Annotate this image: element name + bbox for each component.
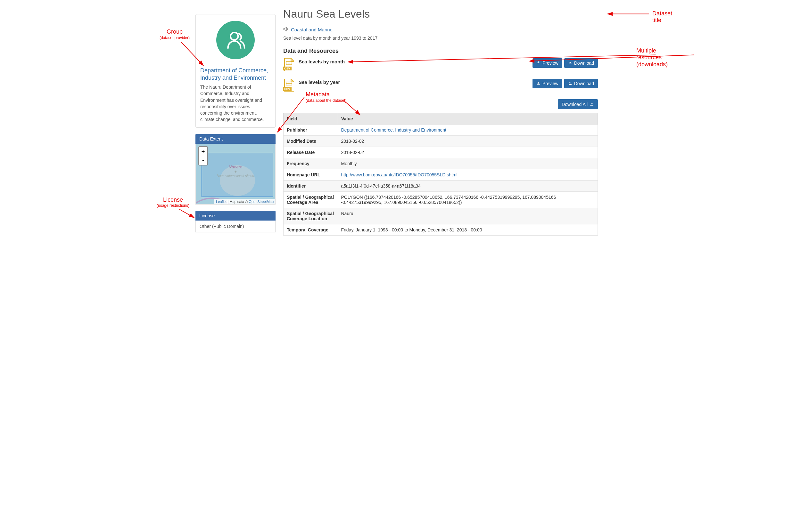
map-zoom-controls: + -: [198, 146, 208, 166]
table-row: Identifiera5a1f3f1-4f0d-47ef-a358-a4a671…: [284, 180, 598, 192]
group-avatar-icon: [216, 21, 255, 59]
table-row: FrequencyMonthly: [284, 158, 598, 169]
resource-name[interactable]: Sea levels by month: [298, 58, 345, 64]
table-row: Temporal CoverageFriday, January 1, 1993…: [284, 224, 598, 235]
meta-col-field: Field: [284, 113, 338, 125]
preview-button[interactable]: Preview: [532, 79, 562, 88]
table-row: PublisherDepartment of Commerce, Industr…: [284, 125, 598, 136]
meta-field: Spatial / Geographical Coverage Area: [284, 192, 338, 208]
annotation-label: Group(dataset provider): [160, 28, 190, 40]
annotation-label: Multiple resources (downloads): [636, 48, 668, 68]
table-row: Spatial / Geographical Coverage Location…: [284, 208, 598, 224]
data-extent-panel: Data Extent + - Naoero ✈ Nauru Internati…: [196, 134, 275, 205]
sidebar: Department of Commerce, Industry and Env…: [196, 6, 275, 235]
license-value: Other (Public Domain): [196, 221, 275, 232]
group-title-link[interactable]: Department of Commerce, Industry and Env…: [200, 67, 271, 81]
resource-row: CSV Sea levels by month Preview Download: [283, 58, 598, 71]
table-row: Modified Date2018-02-02: [284, 136, 598, 147]
tag-link[interactable]: Coastal and Marine: [291, 27, 332, 32]
resource-row: CSV Sea levels by year Preview Download: [283, 79, 598, 92]
license-heading: License: [196, 211, 275, 221]
main-content: Nauru Sea Levels Coastal and Marine Sea …: [283, 6, 598, 235]
table-row: Homepage URLhttp://www.bom.gov.au/ntc/ID…: [284, 169, 598, 180]
chart-bar-icon: [536, 81, 541, 86]
annotation-label: License(usage restrictions): [157, 196, 189, 208]
meta-value: Friday, January 1, 1993 - 00:00 to Monda…: [338, 224, 598, 235]
meta-field: Temporal Coverage: [284, 224, 338, 235]
meta-value: Nauru: [338, 208, 598, 224]
group-card: Department of Commerce, Industry and Env…: [196, 14, 275, 128]
megaphone-icon: [283, 27, 288, 32]
svg-line-20: [179, 209, 194, 218]
table-row: Release Date2018-02-02: [284, 147, 598, 158]
annotation-label: Dataset title: [652, 10, 672, 24]
meta-field: Identifier: [284, 180, 338, 192]
download-button[interactable]: Download: [564, 79, 598, 88]
meta-field: Modified Date: [284, 136, 338, 147]
meta-link[interactable]: http://www.bom.gov.au/ntc/IDO70055/IDO70…: [341, 172, 457, 177]
svg-point-0: [230, 32, 238, 40]
svg-text:CSV: CSV: [284, 67, 290, 70]
meta-field: Publisher: [284, 125, 338, 136]
meta-field: Homepage URL: [284, 169, 338, 180]
dataset-description: Sea level data by month and year 1993 to…: [283, 36, 598, 41]
metadata-table: Field Value PublisherDepartment of Comme…: [283, 113, 598, 235]
table-row: Spatial / Geographical Coverage AreaPOLY…: [284, 192, 598, 208]
meta-field: Spatial / Geographical Coverage Location: [284, 208, 338, 224]
meta-value: Monthly: [338, 158, 598, 169]
meta-col-value: Value: [338, 113, 598, 125]
csv-file-icon: CSV: [283, 79, 294, 92]
meta-field: Frequency: [284, 158, 338, 169]
leaflet-link[interactable]: Leaflet: [216, 200, 226, 204]
csv-file-icon: CSV: [283, 58, 294, 71]
license-panel: License Other (Public Domain): [196, 211, 275, 232]
map-zoom-in-button[interactable]: +: [199, 147, 207, 156]
meta-value: 2018-02-02: [338, 136, 598, 147]
preview-button[interactable]: Preview: [532, 58, 562, 68]
meta-value: 2018-02-02: [338, 147, 598, 158]
meta-field: Release Date: [284, 147, 338, 158]
meta-value: Department of Commerce, Industry and Env…: [338, 125, 598, 136]
map[interactable]: + - Naoero ✈ Nauru International Airport…: [196, 144, 275, 205]
chart-bar-icon: [536, 60, 541, 65]
map-zoom-out-button[interactable]: -: [199, 156, 207, 165]
download-icon: [589, 101, 594, 107]
resources-heading: Data and Resources: [283, 48, 598, 54]
download-icon: [568, 81, 572, 86]
download-all-button[interactable]: Download All: [558, 99, 598, 109]
resource-name[interactable]: Sea levels by year: [298, 79, 340, 85]
title-divider: [283, 23, 598, 23]
meta-value: POLYGON ((166.7374420166 -0.652857004186…: [338, 192, 598, 208]
svg-text:CSV: CSV: [284, 88, 290, 91]
map-label: Naoero ✈ Nauru International Airport: [217, 164, 254, 177]
download-button[interactable]: Download: [564, 58, 598, 68]
data-extent-heading: Data Extent: [196, 134, 275, 144]
osm-link[interactable]: OpenStreetMap: [249, 200, 274, 204]
download-icon: [568, 60, 572, 65]
group-description: The Nauru Department of Commerce, Indust…: [200, 84, 271, 123]
meta-link[interactable]: Department of Commerce, Industry and Env…: [341, 127, 446, 133]
meta-value: a5a1f3f1-4f0d-47ef-a358-a4a671f18a34: [338, 180, 598, 192]
meta-value: http://www.bom.gov.au/ntc/IDO70055/IDO70…: [338, 169, 598, 180]
map-attribution: Leaflet | Map data © OpenStreetMap: [214, 199, 275, 204]
page-title: Nauru Sea Levels: [283, 8, 598, 20]
